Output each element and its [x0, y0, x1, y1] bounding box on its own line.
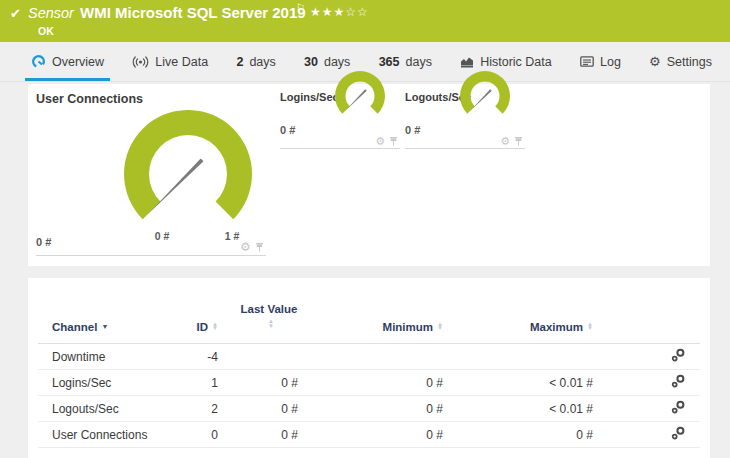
logins-gauge-block: Logins/Sec 0 # ⚙ [280, 84, 400, 266]
table-row[interactable]: Downtime-4 [38, 344, 700, 370]
tab-live-data[interactable]: Live Data [126, 42, 214, 81]
gauge-gear-icon[interactable]: ⚙ [240, 241, 251, 253]
sort-icon: ▲▼ [437, 322, 443, 331]
channel-settings-icon[interactable] [671, 348, 686, 366]
gauges-panel: User Connections 0 # 1 # 0 # ⚙ Logins/Se… [28, 84, 710, 266]
gauge-divider [280, 148, 400, 149]
table-row[interactable]: User Connections00 #0 #0 # [38, 422, 700, 448]
min-cell: 0 # [298, 422, 443, 448]
priority-stars[interactable]: ★★★☆☆ [310, 5, 369, 19]
sort-icon: ▲▼ [268, 319, 274, 328]
status-ok-check-icon: ✔ [10, 6, 21, 21]
chart-icon [460, 56, 474, 68]
flag-icon[interactable]: ⚐ [296, 2, 305, 13]
channel-table-body: Downtime-4Logins/Sec10 #0 #< 0.01 #Logou… [38, 344, 700, 448]
table-row[interactable]: Logouts/Sec20 #0 #< 0.01 # [38, 396, 700, 422]
gauge-icon [31, 54, 46, 69]
logins-gauge-title: Logins/Sec [280, 91, 339, 103]
min-cell: 0 # [298, 396, 443, 422]
sort-icon: ▲▼ [212, 322, 218, 331]
last-cell [218, 344, 298, 370]
channel-cell: Logouts/Sec [38, 396, 178, 422]
column-header-id[interactable]: ID▲▼ [178, 278, 218, 344]
channel-table: Channel▼ ID▲▼ Last Value▲▼ Minimum▲▼ Max… [38, 278, 700, 448]
tab-label: days [249, 55, 275, 69]
channels-panel: Channel▼ ID▲▼ Last Value▲▼ Minimum▲▼ Max… [28, 278, 710, 458]
tab-label: days [406, 55, 432, 69]
id-cell: -4 [178, 344, 218, 370]
sensor-status-header: ✔ Sensor WMI Microsoft SQL Server 2019 ⚐… [0, 0, 730, 42]
channel-cell: User Connections [38, 422, 178, 448]
column-header-maximum[interactable]: Maximum▲▼ [443, 278, 593, 344]
logouts-gauge [458, 70, 512, 124]
last-cell: 0 # [218, 396, 298, 422]
id-cell: 0 [178, 422, 218, 448]
gauge-gear-icon[interactable]: ⚙ [375, 136, 385, 147]
tab-label: Overview [52, 55, 104, 69]
last-cell: 0 # [218, 422, 298, 448]
channel-settings-icon[interactable] [671, 426, 686, 444]
log-icon [580, 56, 594, 67]
tab-label: Live Data [155, 55, 208, 69]
gauge-divider [405, 148, 525, 149]
logins-gauge [333, 70, 387, 124]
id-cell: 1 [178, 370, 218, 396]
min-cell: 0 # [298, 370, 443, 396]
max-cell [443, 344, 593, 370]
table-row[interactable]: Logins/Sec10 #0 #< 0.01 # [38, 370, 700, 396]
gauge-pin-icon[interactable] [389, 136, 398, 147]
tab-number: 30 [304, 55, 318, 69]
sensor-status-text: OK [38, 25, 54, 37]
tab-overview[interactable]: Overview [25, 42, 110, 81]
tab-2-days[interactable]: 2days [230, 42, 281, 81]
column-header-last-value[interactable]: Last Value▲▼ [218, 278, 298, 344]
gauge-gear-icon[interactable]: ⚙ [500, 136, 510, 147]
logouts-gauge-value: 0 # [405, 124, 420, 136]
main-gauge-title: User Connections [36, 92, 143, 106]
last-cell: 0 # [218, 370, 298, 396]
gauge-pin-icon[interactable] [514, 136, 523, 147]
min-cell [298, 344, 443, 370]
main-gauge-divider [36, 255, 266, 256]
tab-number: 365 [379, 55, 400, 69]
max-cell: < 0.01 # [443, 396, 593, 422]
column-header-settings [593, 278, 700, 344]
main-gauge-scale-min: 0 # [148, 230, 176, 242]
user-connections-gauge [123, 110, 253, 242]
sensor-title: WMI Microsoft SQL Server 2019 [80, 4, 306, 21]
column-header-minimum[interactable]: Minimum▲▼ [298, 278, 443, 344]
tab-label: Historic Data [480, 55, 552, 69]
tab-number: 2 [236, 55, 243, 69]
tab-label: Log [600, 55, 621, 69]
sensor-kind-label: Sensor [28, 5, 74, 21]
gauge-needle [470, 89, 492, 111]
channel-cell: Logins/Sec [38, 370, 178, 396]
id-cell: 2 [178, 396, 218, 422]
sort-desc-icon: ▼ [101, 323, 108, 330]
logouts-gauge-block: Logouts/Sec 0 # ⚙ [405, 84, 525, 266]
channel-settings-icon[interactable] [671, 400, 686, 418]
gauge-pin-icon[interactable] [255, 242, 264, 253]
stars-empty[interactable]: ☆☆ [345, 5, 369, 19]
gauge-needle [345, 89, 367, 111]
broadcast-icon [132, 56, 149, 68]
channel-cell: Downtime [38, 344, 178, 370]
tab-label: Settings [667, 55, 712, 69]
stars-filled[interactable]: ★★★ [310, 5, 345, 19]
gauge-needle [147, 159, 204, 216]
channel-settings-icon[interactable] [671, 374, 686, 392]
logins-gauge-value: 0 # [280, 124, 295, 136]
tab-settings[interactable]: ⚙Settings [643, 42, 718, 81]
sort-icon: ▲▼ [587, 322, 593, 331]
max-cell: < 0.01 # [443, 370, 593, 396]
main-gauge-value: 0 # [36, 236, 51, 248]
tab-label: days [324, 55, 350, 69]
max-cell: 0 # [443, 422, 593, 448]
column-header-channel[interactable]: Channel▼ [38, 278, 178, 344]
settings-gear-icon: ⚙ [649, 55, 661, 68]
tab-log[interactable]: Log [574, 42, 627, 81]
